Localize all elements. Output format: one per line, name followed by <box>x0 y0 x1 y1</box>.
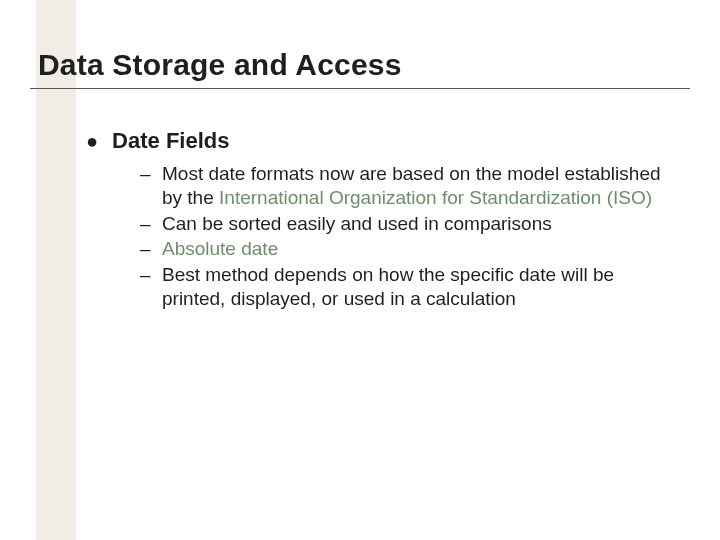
key-term: Absolute date <box>162 238 278 259</box>
list-item: – Best method depends on how the specifi… <box>140 263 670 311</box>
list-item: – Can be sorted easily and used in compa… <box>140 212 670 236</box>
list-item: – Absolute date <box>140 237 670 261</box>
sub-item-text: Can be sorted easily and used in compari… <box>162 212 670 236</box>
dash-icon: – <box>140 212 162 236</box>
sub-item-text: Most date formats now are based on the m… <box>162 162 670 210</box>
bullet-marker-icon: ● <box>86 130 98 152</box>
title-underline <box>30 88 690 89</box>
dash-icon: – <box>140 263 162 311</box>
sub-item-text: Best method depends on how the specific … <box>162 263 670 311</box>
bullet-label: Date Fields <box>112 128 229 154</box>
dash-icon: – <box>140 237 162 261</box>
list-item: – Most date formats now are based on the… <box>140 162 670 210</box>
text-run: Best method depends on how the specific … <box>162 264 614 309</box>
slide-title: Data Storage and Access <box>38 48 402 82</box>
dash-icon: – <box>140 162 162 210</box>
sub-bullet-list: – Most date formats now are based on the… <box>140 162 670 313</box>
text-run: Can be sorted easily and used in compari… <box>162 213 552 234</box>
sub-item-text: Absolute date <box>162 237 670 261</box>
key-term: International Organization for Standardi… <box>219 187 652 208</box>
bullet-level-1: ● Date Fields <box>86 128 229 154</box>
